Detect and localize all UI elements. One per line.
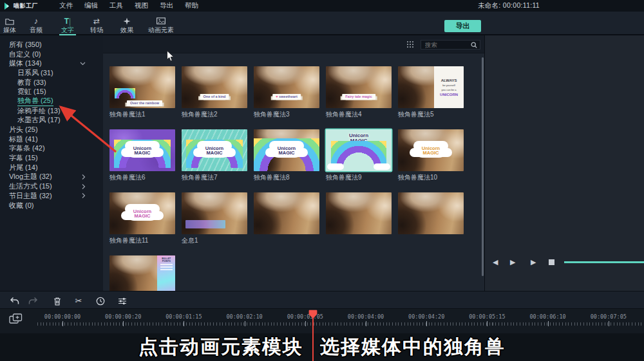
sidebar-item-label: 生活方式 (15)	[9, 181, 52, 191]
sidebar-item[interactable]: 教育 (33)	[0, 78, 103, 88]
timeline-major-tick	[548, 321, 549, 326]
template-item[interactable]: BULLETPOINTS	[109, 255, 175, 291]
template-item[interactable]: ♥ sweetheart 独角兽魔法3	[254, 66, 319, 118]
template-thumbnail[interactable]: BULLETPOINTS	[109, 255, 175, 291]
undo-icon[interactable]	[8, 296, 20, 306]
template-item[interactable]	[398, 192, 464, 245]
search-input[interactable]	[421, 41, 471, 48]
next-frame-icon[interactable]: ▶	[531, 258, 536, 266]
template-thumbnail[interactable]	[326, 192, 392, 234]
sidebar-item[interactable]: Vlog主题 (32)	[0, 172, 103, 182]
thumb-overlay-text: UnicornMAGIC	[127, 143, 158, 158]
template-thumbnail[interactable]	[254, 192, 319, 234]
tab-text[interactable]: T| 文字	[58, 17, 77, 33]
template-thumbnail[interactable]	[398, 192, 464, 234]
elements-icon	[156, 17, 166, 25]
timeline-timestamp: 00:00:06:10	[529, 313, 565, 320]
menu-item[interactable]: 导出	[154, 1, 179, 10]
app-logo-icon	[4, 3, 11, 10]
sidebar-item-label: 自定义 (0)	[9, 50, 41, 59]
template-label: 独角兽魔法5	[398, 111, 464, 118]
tab-label: 媒体	[3, 27, 16, 33]
tab-transition[interactable]: ⇄ 转场	[87, 17, 106, 33]
template-item[interactable]: UnicornMAGIC 独角兽魔法11	[109, 192, 175, 245]
template-grid: Over the rainbow 独角兽魔法1 One of a kind 独角…	[109, 53, 484, 291]
template-label: 独角兽魔法6	[109, 174, 175, 181]
template-thumbnail[interactable]	[182, 192, 247, 234]
timeline-major-tick	[245, 321, 245, 326]
grid-view-icon[interactable]	[406, 41, 414, 48]
redo-icon[interactable]	[27, 296, 39, 306]
export-button[interactable]: 导出	[444, 20, 481, 32]
sidebar-item[interactable]: 日系风 (31)	[0, 68, 103, 78]
menu-item[interactable]: 视图	[129, 1, 154, 10]
thumb-overlay-text: BULLETPOINTS	[157, 255, 175, 291]
vertical-scrollbar[interactable]	[482, 57, 484, 276]
template-thumbnail[interactable]: ALWAYSbe yourselfyou can be aUNICORN	[398, 66, 464, 108]
delete-icon[interactable]	[52, 296, 63, 306]
template-item[interactable]: UnicornMAGIC 独角兽魔法10	[398, 129, 464, 181]
template-thumbnail[interactable]: UnicornMAGIC	[182, 129, 247, 171]
template-label: 独角兽魔法9	[326, 174, 392, 181]
timeline-major-tick	[123, 321, 124, 326]
tab-elements[interactable]: 动画元素	[143, 17, 179, 33]
template-label: 独角兽魔法8	[254, 174, 319, 181]
timeline-timestamp: 00:00:04:00	[348, 313, 384, 320]
thumb-overlay-text: UnicornMAGIC	[271, 143, 302, 158]
track-manager-icon[interactable]	[9, 313, 23, 324]
tab-effects[interactable]: 效果	[117, 17, 137, 33]
template-thumbnail[interactable]: UnicornMAGIC	[109, 192, 175, 234]
sidebar-item[interactable]: 所有 (350)	[0, 40, 103, 50]
sidebar-item[interactable]: 媒体 (134)	[0, 59, 103, 68]
template-thumbnail[interactable]: UnicornMAGIC	[326, 129, 392, 171]
sidebar-item[interactable]: 收藏 (0)	[0, 201, 103, 210]
sidebar-item[interactable]: 片尾 (14)	[0, 163, 103, 172]
sidebar-item[interactable]: 霓虹 (15)	[0, 87, 103, 97]
tab-music[interactable]: ♪ 音频	[26, 17, 46, 33]
chevron-right-icon[interactable]	[82, 174, 86, 180]
timeline-ruler[interactable]: 00:00:00:00 00:00:00:20 00:00:01:15 00:0…	[0, 309, 644, 333]
template-item[interactable]: UnicornMAGIC 独角兽魔法8	[254, 129, 319, 181]
template-item[interactable]: UnicornMAGIC 独角兽魔法9	[326, 129, 392, 181]
template-thumbnail[interactable]: ♥ sweetheart	[254, 66, 319, 108]
template-thumbnail[interactable]: Fairy tale magic	[326, 66, 392, 108]
search-icon[interactable]	[471, 42, 477, 48]
menu-item[interactable]: 帮助	[179, 1, 204, 10]
stop-icon[interactable]	[549, 259, 554, 265]
chevron-down-icon[interactable]	[80, 62, 86, 66]
chevron-right-icon[interactable]	[82, 193, 86, 199]
edit-toolbar: ✂	[0, 291, 644, 309]
play-icon[interactable]: ▶	[510, 258, 515, 266]
adjust-icon[interactable]	[117, 296, 128, 306]
template-item[interactable]	[326, 192, 392, 245]
template-item[interactable]: One of a kind 独角兽魔法2	[182, 66, 247, 118]
sidebar-item-label: 片头 (25)	[9, 125, 38, 134]
timeline-major-tick	[184, 321, 184, 326]
app-logo: 喵影工厂	[4, 2, 38, 10]
template-item[interactable]: 全息1	[182, 192, 247, 245]
template-thumbnail[interactable]: UnicornMAGIC	[398, 129, 464, 171]
template-item[interactable]: UnicornMAGIC 独角兽魔法7	[182, 129, 247, 181]
timeline-timestamp: 00:00:04:20	[408, 313, 444, 320]
search-box[interactable]	[421, 40, 480, 50]
template-item[interactable]	[254, 192, 319, 245]
tab-folder[interactable]: 媒体	[0, 17, 19, 33]
duration-icon[interactable]	[95, 296, 106, 306]
menu-item[interactable]: 编辑	[79, 1, 104, 10]
prev-frame-icon[interactable]: ◀	[493, 258, 498, 266]
sidebar-item[interactable]: 自定义 (0)	[0, 50, 103, 59]
template-thumbnail[interactable]: One of a kind	[182, 66, 247, 108]
template-item[interactable]: ALWAYSbe yourselfyou can be aUNICORN 独角兽…	[398, 66, 464, 118]
sidebar-item[interactable]: 节日主题 (32)	[0, 191, 103, 201]
chevron-right-icon[interactable]	[82, 183, 86, 189]
menu-item[interactable]: 文件	[53, 1, 79, 10]
menu-item[interactable]: 工具	[104, 1, 129, 10]
sidebar-item[interactable]: 生活方式 (15)	[0, 181, 103, 191]
template-label	[326, 237, 392, 245]
playhead-line[interactable]	[312, 318, 314, 361]
sidebar-item-label: 霓虹 (15)	[17, 87, 46, 97]
cut-icon[interactable]: ✂	[73, 296, 84, 306]
template-thumbnail[interactable]: UnicornMAGIC	[254, 129, 319, 171]
timeline-timestamp: 00:00:00:00	[44, 313, 80, 320]
template-item[interactable]: Fairy tale magic 独角兽魔法4	[326, 66, 392, 118]
